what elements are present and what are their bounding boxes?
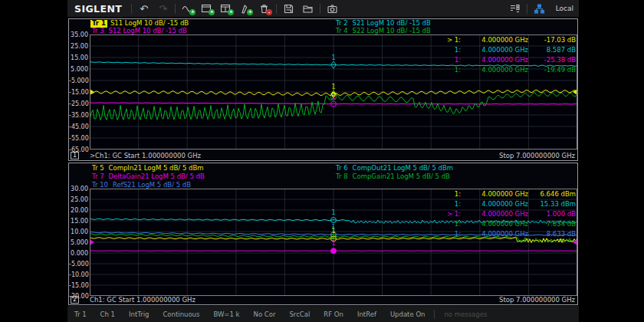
trace-label-column-right: Tr 2S21 LogM 10 dB/ -15 dBTr 4S22 LogM 1… xyxy=(334,20,431,34)
add-channel-window-button[interactable] xyxy=(216,0,235,17)
status-item-continuous[interactable]: Continuous xyxy=(156,310,206,318)
status-item-ch-1[interactable]: Ch 1 xyxy=(94,310,122,318)
screen: SIGLENT xyxy=(0,0,644,322)
y-axis-label: 30.00 xyxy=(69,186,88,192)
trace-label-tr7[interactable]: Tr 7DeltaGain21 LogM 5 dB/ 5 dB xyxy=(90,172,205,181)
add-trace-window-button[interactable] xyxy=(197,0,216,17)
toolbar-divider xyxy=(527,4,527,14)
svg-text:1: 1 xyxy=(331,54,335,61)
marker-readout-frequency: 4.000000 GHz xyxy=(461,35,528,45)
minus-badge-icon xyxy=(266,9,272,15)
y-axis-label: -15.00 xyxy=(69,282,88,289)
trace-label-tr5[interactable]: Tr 5CompIn21 LogM 5 dB/ 5 dBm xyxy=(90,164,205,172)
toolbar-divider xyxy=(131,4,132,14)
y-axis-label: -5.000 xyxy=(69,77,88,84)
lan-status-button[interactable] xyxy=(530,0,549,17)
trace-label-tr4[interactable]: Tr 4S22 LogM 10 dB/ -15 dB xyxy=(334,28,431,35)
marker-readout-prefix: > 1: xyxy=(444,35,461,45)
trace-format: S11 LogM 10 dB/ -15 dB xyxy=(110,19,189,27)
y-axis-label: -10.00 xyxy=(69,271,88,278)
y-axis-label: 15.00 xyxy=(69,54,88,61)
lan-network-icon xyxy=(534,3,545,15)
undo-button[interactable] xyxy=(134,0,153,17)
status-item-inttrig[interactable]: IntTrig xyxy=(122,310,156,318)
status-item-intref[interactable]: IntRef xyxy=(350,310,383,318)
trace-format: DeltaGain21 LogM 5 dB/ 5 dB xyxy=(109,172,205,180)
marker-readout-frequency: 4.000000 GHz xyxy=(461,199,528,209)
add-trace-button[interactable] xyxy=(178,0,197,17)
delete-button[interactable] xyxy=(255,0,274,17)
svg-text:1: 1 xyxy=(331,240,335,247)
marker-readout-value: 6.646 dBm xyxy=(528,189,576,199)
marker-readout-prefix: 1: xyxy=(444,219,461,229)
y-axis-label: 5.000 xyxy=(69,239,88,246)
status-item-srccal[interactable]: SrcCal xyxy=(282,310,317,318)
save-floppy-icon xyxy=(283,3,294,15)
status-bar: Tr 1Ch 1IntTrigContinuousBW=1 kNo CorSrc… xyxy=(67,306,579,322)
marker-readout-value: 8.633 dB xyxy=(528,229,576,239)
status-item-rf-on[interactable]: RF On xyxy=(317,310,350,318)
trace-number: Tr 6 xyxy=(334,164,350,172)
add-marker-button[interactable] xyxy=(235,0,255,17)
channel-number-box[interactable]: 1 xyxy=(71,152,79,159)
command-sequence-button[interactable] xyxy=(505,0,524,17)
marker-readout-prefix: 1: xyxy=(444,189,461,199)
trace-label-column-right: Tr 6CompOut21 LogM 5 dB/ 5 dBmTr 8CompGa… xyxy=(334,164,453,181)
trace-label-tr6[interactable]: Tr 6CompOut21 LogM 5 dB/ 5 dBm xyxy=(334,164,453,172)
marker-readout-row: 1:4.000000 GHz-25.38 dB xyxy=(444,55,576,65)
folder-icon xyxy=(302,3,314,15)
vna-app-window: SIGLENT xyxy=(67,0,579,322)
marker-readout-row: 1:4.000000 GHz6.646 dBm xyxy=(444,189,576,199)
trace-format: RefS21 LogM 5 dB/ 5 dB xyxy=(113,181,191,189)
svg-text:1: 1 xyxy=(331,209,335,216)
marker-readout-prefix: 1: xyxy=(444,55,461,65)
plus-badge-icon xyxy=(228,9,234,15)
redo-icon xyxy=(159,4,167,14)
y-axis-label: 5.000 xyxy=(69,66,88,73)
trace-label-column-left: Tr 5CompIn21 LogM 5 dB/ 5 dBmTr 7DeltaGa… xyxy=(90,164,205,189)
trace-label-column-left: Tr 1S11 LogM 10 dB/ -15 dBTr 3S12 LogM 1… xyxy=(90,20,189,34)
trace-number: Tr 7 xyxy=(90,172,106,181)
y-axis-label: -45.00 xyxy=(69,123,88,130)
toolbar: SIGLENT xyxy=(67,0,579,17)
marker-readout-frequency: 4.000000 GHz xyxy=(461,209,528,219)
marker-readout-row: > 1:4.000000 GHz-17.03 dB xyxy=(444,35,576,45)
y-axis-label: -25.00 xyxy=(69,100,88,107)
save-button[interactable] xyxy=(279,0,298,17)
status-item-update-on[interactable]: Update On xyxy=(383,310,432,318)
marker-readout-frequency: 4.000000 GHz xyxy=(461,189,528,199)
marker-readout-frequency: 4.000000 GHz xyxy=(461,45,528,55)
command-sequence-icon xyxy=(509,3,521,15)
marker-readout-prefix: 1: xyxy=(444,45,461,55)
marker-readout-row: 1:4.000000 GHz15.33 dBm xyxy=(444,199,576,209)
marker-readout-prefix: 1: xyxy=(444,65,461,75)
y-axis-label: 35.00 xyxy=(69,31,88,38)
chart-panel-1[interactable]: Tr 1S11 LogM 10 dB/ -15 dBTr 3S12 LogM 1… xyxy=(68,18,578,161)
trace-number: Tr 4 xyxy=(334,28,350,35)
marker-readout-row: 1:4.000000 GHz-19.49 dB xyxy=(444,65,576,75)
y-axis-label: -15.00 xyxy=(69,89,88,96)
trace-number: Tr 5 xyxy=(90,164,106,172)
svg-text:1: 1 xyxy=(331,226,335,233)
marker-readout-value: 15.33 dBm xyxy=(528,199,576,209)
sweep-start-label: Ch1: GC Start 1.000000000 GHz xyxy=(90,296,196,304)
status-item-bw-1-k[interactable]: BW=1 k xyxy=(206,310,246,318)
channel-number-box[interactable]: 2 xyxy=(71,296,79,304)
trace-format: CompIn21 LogM 5 dB/ 5 dBm xyxy=(109,164,204,172)
status-item-tr-1[interactable]: Tr 1 xyxy=(67,310,94,318)
screenshot-button[interactable] xyxy=(323,0,342,17)
toolbar-divider xyxy=(175,4,176,14)
marker-readout-row: 1:4.000000 GHz7.634 dB xyxy=(444,219,576,229)
marker-readout-value: -25.38 dB xyxy=(528,55,576,65)
toolbar-right-group: Local xyxy=(505,0,579,17)
recall-button[interactable] xyxy=(298,0,317,17)
status-item-no-cor[interactable]: No Cor xyxy=(247,310,283,318)
marker-readout-prefix: 1: xyxy=(444,199,461,209)
plus-badge-icon xyxy=(189,9,196,15)
local-mode-label[interactable]: Local xyxy=(556,5,573,12)
redo-button[interactable] xyxy=(153,0,172,17)
marker-readout-prefix: 1: xyxy=(444,229,461,239)
trace-label-tr3[interactable]: Tr 3S12 LogM 10 dB/ -15 dB xyxy=(90,28,189,35)
trace-label-tr8[interactable]: Tr 8CompGain21 LogM 5 dB/ 5 dB xyxy=(334,172,453,181)
chart-panel-2[interactable]: Tr 5CompIn21 LogM 5 dB/ 5 dBmTr 7DeltaGa… xyxy=(68,163,578,305)
